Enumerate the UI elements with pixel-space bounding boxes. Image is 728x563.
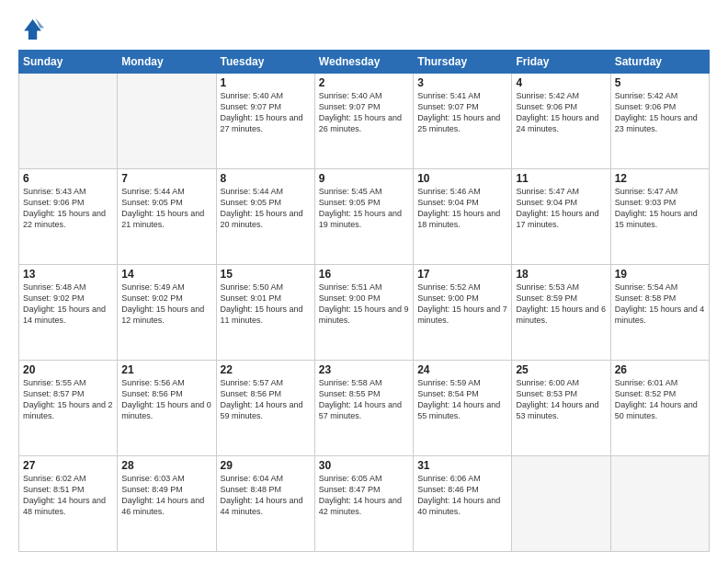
cell-details: Sunrise: 5:47 AMSunset: 9:03 PMDaylight:…: [615, 186, 705, 231]
logo: [18, 17, 48, 42]
page: SundayMondayTuesdayWednesdayThursdayFrid…: [0, 0, 728, 563]
calendar-cell: 18Sunrise: 5:53 AMSunset: 8:59 PMDayligh…: [512, 265, 610, 361]
cell-details: Sunrise: 5:53 AMSunset: 8:59 PMDaylight:…: [516, 282, 606, 327]
day-number: 11: [516, 172, 606, 185]
calendar-cell: 19Sunrise: 5:54 AMSunset: 8:58 PMDayligh…: [610, 265, 709, 361]
week-row: 6Sunrise: 5:43 AMSunset: 9:06 PMDaylight…: [19, 169, 710, 265]
cell-details: Sunrise: 5:57 AMSunset: 8:56 PMDaylight:…: [221, 377, 311, 422]
calendar-day-header: Tuesday: [216, 51, 314, 74]
cell-details: Sunrise: 6:03 AMSunset: 8:49 PMDaylight:…: [121, 473, 211, 518]
cell-details: Sunrise: 6:00 AMSunset: 8:53 PMDaylight:…: [516, 377, 606, 422]
calendar-cell: [512, 456, 610, 552]
cell-details: Sunrise: 5:48 AMSunset: 9:02 PMDaylight:…: [23, 282, 113, 327]
calendar-cell: 26Sunrise: 6:01 AMSunset: 8:52 PMDayligh…: [610, 361, 709, 456]
day-number: 12: [615, 172, 705, 185]
calendar-cell: 28Sunrise: 6:03 AMSunset: 8:49 PMDayligh…: [118, 456, 216, 552]
day-number: 21: [121, 363, 211, 376]
day-number: 13: [23, 268, 113, 281]
cell-details: Sunrise: 5:41 AMSunset: 9:07 PMDaylight:…: [417, 90, 507, 135]
calendar-cell: 1Sunrise: 5:40 AMSunset: 9:07 PMDaylight…: [216, 74, 314, 169]
logo-icon: [18, 17, 44, 42]
calendar-day-header: Monday: [118, 51, 216, 74]
cell-details: Sunrise: 5:58 AMSunset: 8:55 PMDaylight:…: [319, 377, 409, 422]
calendar-cell: 29Sunrise: 6:04 AMSunset: 8:48 PMDayligh…: [216, 456, 314, 552]
calendar-cell: [610, 456, 709, 552]
day-number: 16: [319, 268, 409, 281]
day-number: 20: [23, 363, 113, 376]
cell-details: Sunrise: 5:47 AMSunset: 9:04 PMDaylight:…: [516, 186, 606, 231]
day-number: 3: [417, 76, 507, 89]
day-number: 19: [615, 268, 705, 281]
calendar-cell: 12Sunrise: 5:47 AMSunset: 9:03 PMDayligh…: [610, 169, 709, 265]
calendar-day-header: Wednesday: [314, 51, 413, 74]
cell-details: Sunrise: 5:44 AMSunset: 9:05 PMDaylight:…: [121, 186, 211, 231]
day-number: 28: [121, 459, 211, 472]
calendar-cell: 25Sunrise: 6:00 AMSunset: 8:53 PMDayligh…: [512, 361, 610, 456]
calendar-cell: 23Sunrise: 5:58 AMSunset: 8:55 PMDayligh…: [314, 361, 413, 456]
cell-details: Sunrise: 5:54 AMSunset: 8:58 PMDaylight:…: [615, 282, 705, 327]
cell-details: Sunrise: 5:40 AMSunset: 9:07 PMDaylight:…: [221, 90, 311, 135]
week-row: 20Sunrise: 5:55 AMSunset: 8:57 PMDayligh…: [19, 361, 710, 456]
calendar-cell: 3Sunrise: 5:41 AMSunset: 9:07 PMDaylight…: [414, 74, 512, 169]
calendar-cell: [19, 74, 118, 169]
day-number: 7: [121, 172, 211, 185]
cell-details: Sunrise: 5:45 AMSunset: 9:05 PMDaylight:…: [319, 186, 409, 231]
calendar-day-header: Saturday: [610, 51, 709, 74]
calendar-cell: 24Sunrise: 5:59 AMSunset: 8:54 PMDayligh…: [414, 361, 512, 456]
calendar-cell: 14Sunrise: 5:49 AMSunset: 9:02 PMDayligh…: [118, 265, 216, 361]
cell-details: Sunrise: 5:50 AMSunset: 9:01 PMDaylight:…: [221, 282, 311, 327]
cell-details: Sunrise: 6:01 AMSunset: 8:52 PMDaylight:…: [615, 377, 705, 422]
calendar-cell: 2Sunrise: 5:40 AMSunset: 9:07 PMDaylight…: [314, 74, 413, 169]
day-number: 29: [221, 459, 311, 472]
day-number: 26: [615, 363, 705, 376]
calendar-cell: 21Sunrise: 5:56 AMSunset: 8:56 PMDayligh…: [118, 361, 216, 456]
day-number: 1: [221, 76, 311, 89]
day-number: 2: [319, 76, 409, 89]
calendar-header-row: SundayMondayTuesdayWednesdayThursdayFrid…: [19, 51, 710, 74]
calendar-cell: 30Sunrise: 6:05 AMSunset: 8:47 PMDayligh…: [314, 456, 413, 552]
cell-details: Sunrise: 5:40 AMSunset: 9:07 PMDaylight:…: [319, 90, 409, 135]
calendar-day-header: Friday: [512, 51, 610, 74]
day-number: 14: [121, 268, 211, 281]
cell-details: Sunrise: 6:04 AMSunset: 8:48 PMDaylight:…: [221, 473, 311, 518]
day-number: 22: [221, 363, 311, 376]
day-number: 31: [417, 459, 507, 472]
calendar-cell: 8Sunrise: 5:44 AMSunset: 9:05 PMDaylight…: [216, 169, 314, 265]
day-number: 5: [615, 76, 705, 89]
calendar-cell: 15Sunrise: 5:50 AMSunset: 9:01 PMDayligh…: [216, 265, 314, 361]
day-number: 30: [319, 459, 409, 472]
day-number: 9: [319, 172, 409, 185]
cell-details: Sunrise: 5:44 AMSunset: 9:05 PMDaylight:…: [221, 186, 311, 231]
cell-details: Sunrise: 6:06 AMSunset: 8:46 PMDaylight:…: [417, 473, 507, 518]
calendar-cell: 27Sunrise: 6:02 AMSunset: 8:51 PMDayligh…: [19, 456, 118, 552]
calendar-cell: 10Sunrise: 5:46 AMSunset: 9:04 PMDayligh…: [414, 169, 512, 265]
calendar-cell: 7Sunrise: 5:44 AMSunset: 9:05 PMDaylight…: [118, 169, 216, 265]
calendar-day-header: Sunday: [19, 51, 118, 74]
calendar-cell: 5Sunrise: 5:42 AMSunset: 9:06 PMDaylight…: [610, 74, 709, 169]
calendar-cell: 11Sunrise: 5:47 AMSunset: 9:04 PMDayligh…: [512, 169, 610, 265]
week-row: 1Sunrise: 5:40 AMSunset: 9:07 PMDaylight…: [19, 74, 710, 169]
day-number: 17: [417, 268, 507, 281]
calendar-cell: 16Sunrise: 5:51 AMSunset: 9:00 PMDayligh…: [314, 265, 413, 361]
day-number: 23: [319, 363, 409, 376]
day-number: 15: [221, 268, 311, 281]
cell-details: Sunrise: 5:42 AMSunset: 9:06 PMDaylight:…: [516, 90, 606, 135]
calendar-cell: [118, 74, 216, 169]
day-number: 27: [23, 459, 113, 472]
calendar-day-header: Thursday: [414, 51, 512, 74]
calendar-cell: 13Sunrise: 5:48 AMSunset: 9:02 PMDayligh…: [19, 265, 118, 361]
cell-details: Sunrise: 5:42 AMSunset: 9:06 PMDaylight:…: [615, 90, 705, 135]
week-row: 13Sunrise: 5:48 AMSunset: 9:02 PMDayligh…: [19, 265, 710, 361]
cell-details: Sunrise: 5:55 AMSunset: 8:57 PMDaylight:…: [23, 377, 113, 422]
week-row: 27Sunrise: 6:02 AMSunset: 8:51 PMDayligh…: [19, 456, 710, 552]
calendar-cell: 31Sunrise: 6:06 AMSunset: 8:46 PMDayligh…: [414, 456, 512, 552]
header: [18, 17, 710, 42]
calendar-cell: 6Sunrise: 5:43 AMSunset: 9:06 PMDaylight…: [19, 169, 118, 265]
calendar-cell: 9Sunrise: 5:45 AMSunset: 9:05 PMDaylight…: [314, 169, 413, 265]
cell-details: Sunrise: 5:59 AMSunset: 8:54 PMDaylight:…: [417, 377, 507, 422]
calendar-cell: 17Sunrise: 5:52 AMSunset: 9:00 PMDayligh…: [414, 265, 512, 361]
calendar-cell: 4Sunrise: 5:42 AMSunset: 9:06 PMDaylight…: [512, 74, 610, 169]
cell-details: Sunrise: 6:02 AMSunset: 8:51 PMDaylight:…: [23, 473, 113, 518]
calendar-cell: 20Sunrise: 5:55 AMSunset: 8:57 PMDayligh…: [19, 361, 118, 456]
calendar-cell: 22Sunrise: 5:57 AMSunset: 8:56 PMDayligh…: [216, 361, 314, 456]
